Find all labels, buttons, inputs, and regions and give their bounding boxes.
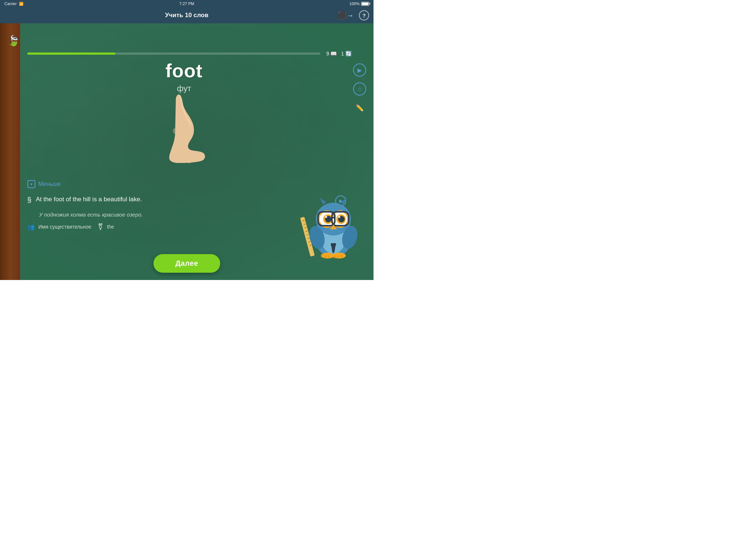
svg-marker-18 xyxy=(320,197,326,205)
progress-bar xyxy=(27,52,320,55)
part-of-speech: Имя существительное xyxy=(38,224,91,230)
progress-stats: 9 📖 1 🔄 xyxy=(326,51,352,57)
example-sentence: At the foot of the hill is a beautiful l… xyxy=(36,195,331,204)
word-image xyxy=(158,91,216,164)
header-title: Учить 10 слов xyxy=(165,12,209,19)
favorite-button[interactable]: ☆ xyxy=(353,82,366,96)
learned-count: 9 xyxy=(326,51,329,57)
svg-point-44 xyxy=(325,216,327,218)
help-button[interactable]: ? xyxy=(359,10,369,20)
gender-icon: ⚧ xyxy=(98,223,103,231)
play-button[interactable]: ▶ xyxy=(353,63,366,77)
svg-marker-19 xyxy=(341,197,347,205)
progress-area: 9 📖 1 🔄 xyxy=(20,51,374,57)
status-left: Carrier 📶 xyxy=(4,1,23,6)
review-count: 1 xyxy=(341,51,344,57)
progress-bar-fill xyxy=(27,52,115,55)
svg-point-5 xyxy=(173,128,177,134)
battery-percent: 100% xyxy=(349,1,360,6)
grammar-structure-icon: 👥 xyxy=(27,223,35,230)
status-time: 7:27 PM xyxy=(179,1,194,6)
less-label: Меньше xyxy=(38,181,61,187)
leaf-icon: 🍃 xyxy=(7,35,20,47)
exit-button[interactable]: ⬛→ xyxy=(337,11,354,20)
left-frame xyxy=(0,23,20,280)
dropdown-icon: ▼ xyxy=(27,180,35,188)
refresh-icon: 🔄 xyxy=(345,51,352,57)
carrier-label: Carrier xyxy=(4,1,17,6)
book-icon: 📖 xyxy=(330,51,337,57)
less-button[interactable]: ▼ Меньше xyxy=(27,180,346,188)
status-bar: Carrier 📶 7:27 PM 100% xyxy=(0,0,374,7)
svg-point-36 xyxy=(321,253,334,258)
svg-point-4 xyxy=(191,157,197,162)
battery-fill xyxy=(362,3,368,5)
battery-icon xyxy=(361,2,369,6)
article: the xyxy=(107,224,114,230)
status-right: 100% xyxy=(349,1,369,6)
next-button[interactable]: Далее xyxy=(154,254,220,273)
header: Учить 10 слов ⬛→ ? xyxy=(0,7,374,23)
wifi-icon: 📶 xyxy=(19,2,23,6)
review-stat: 1 🔄 xyxy=(341,51,352,57)
word-display: foot фут xyxy=(20,60,348,93)
svg-point-45 xyxy=(338,216,340,218)
main-word: foot xyxy=(20,60,348,82)
learned-stat: 9 📖 xyxy=(326,51,337,57)
right-buttons: ▶ ☆ ✏️ xyxy=(353,63,366,114)
svg-rect-33 xyxy=(331,243,336,246)
header-buttons: ⬛→ ? xyxy=(337,10,369,20)
edit-button[interactable]: ✏️ xyxy=(353,101,366,114)
chalkboard: 9 📖 1 🔄 ▶ ☆ ✏️ foot фут xyxy=(0,23,374,280)
section-symbol: § xyxy=(27,195,31,204)
owl-mascot xyxy=(297,194,363,260)
